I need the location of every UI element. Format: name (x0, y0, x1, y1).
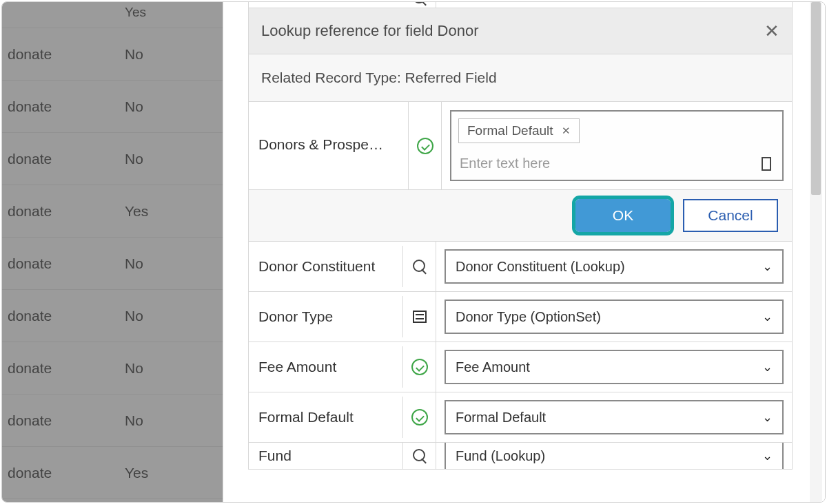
field-row-donor-type: Donor Type Donor Type (OptionSet) ⌄ (248, 291, 793, 342)
close-icon[interactable]: ✕ (764, 21, 779, 42)
search-icon[interactable] (413, 449, 427, 463)
field-label: Donor Constituent (249, 246, 403, 287)
field-label: Fund (249, 442, 403, 470)
dropdown-value: Fund (Lookup) (456, 448, 545, 464)
remove-token-icon[interactable]: ✕ (562, 125, 571, 137)
dropdown-value: Donor Constituent (Lookup) (456, 259, 625, 275)
field-row-donor-constituent: Donor Constituent Donor Constituent (Loo… (248, 241, 793, 292)
search-icon[interactable] (413, 260, 427, 273)
chevron-down-icon: ⌄ (762, 309, 773, 324)
field-mapping-panel: Donor (Lookup) ▾ Lookup reference for fi… (223, 2, 826, 502)
token-label: Formal Default (467, 123, 553, 138)
field-dropdown[interactable]: Fund (Lookup) ⌄ (445, 442, 784, 470)
lookup-button-row: OK Cancel (248, 189, 793, 242)
lookup-reference-row: Donors & Prospe… Formal Default ✕ (248, 101, 793, 190)
lookup-title: Lookup reference for field Donor (261, 22, 479, 40)
scrollbar-thumb[interactable] (811, 2, 821, 195)
referred-field-input[interactable] (460, 156, 709, 171)
dropdown-value: Fee Amount (456, 359, 530, 375)
chevron-down-icon: ⌄ (762, 410, 773, 425)
selected-token: Formal Default ✕ (458, 118, 580, 143)
field-label: Fee Amount (249, 346, 403, 388)
check-circle-icon (411, 409, 428, 426)
check-circle-icon (417, 138, 433, 154)
field-label: Donor Type (249, 296, 403, 337)
modal-overlay (2, 2, 223, 502)
field-dropdown[interactable]: Donor Type (OptionSet) ⌄ (445, 300, 784, 334)
field-dropdown[interactable]: Formal Default ⌄ (445, 400, 784, 434)
dropdown-value: Donor (Lookup) (456, 1, 551, 2)
lookup-header: Lookup reference for field Donor ✕ (248, 8, 793, 54)
field-dropdown[interactable]: Fee Amount ⌄ (445, 350, 784, 384)
chevron-down-icon: ⌄ (762, 259, 773, 274)
lookup-icon[interactable] (403, 1, 436, 8)
record-type-label: Donors & Prospe… (249, 102, 409, 189)
dropdown-value: Donor Type (OptionSet) (456, 309, 601, 325)
list-icon[interactable] (413, 311, 427, 323)
field-dropdown[interactable]: Donor Constituent (Lookup) ⌄ (445, 249, 784, 284)
picker-icon[interactable] (762, 157, 771, 171)
ok-button[interactable]: OK (575, 199, 671, 232)
dropdown-value: Formal Default (456, 410, 546, 426)
lookup-subheader: Related Record Type: Referred Field (248, 54, 793, 102)
cancel-button[interactable]: Cancel (683, 199, 778, 232)
chevron-down-icon: ⌄ (762, 359, 773, 375)
chevron-down-icon: ⌄ (762, 448, 773, 463)
referred-field-box[interactable]: Formal Default ✕ (450, 110, 784, 181)
field-row-fee-amount: Fee Amount Fee Amount ⌄ (248, 342, 793, 392)
field-row-fund: Fund Fund (Lookup) ⌄ (248, 442, 793, 470)
field-row-formal-default: Formal Default Formal Default ⌄ (248, 392, 793, 443)
lookup-subtitle: Related Record Type: Referred Field (261, 70, 497, 86)
check-circle-icon (411, 359, 428, 375)
field-label: Formal Default (249, 397, 403, 438)
